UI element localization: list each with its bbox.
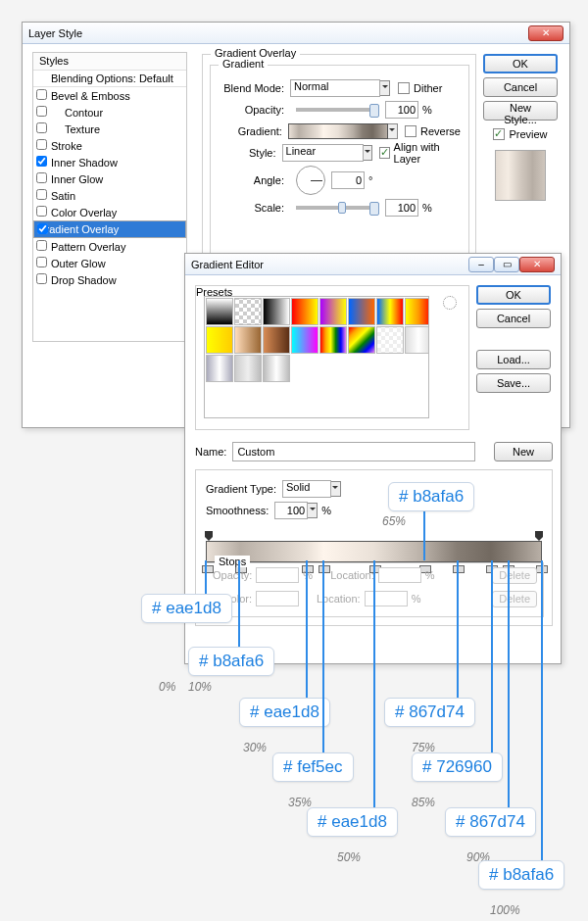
new-button[interactable]: New xyxy=(494,442,553,461)
styles-item-checkbox[interactable] xyxy=(36,257,47,267)
preset-swatch[interactable] xyxy=(405,298,429,325)
preset-swatch[interactable] xyxy=(206,298,233,325)
styles-item-checkbox[interactable] xyxy=(36,206,47,217)
name-input[interactable] xyxy=(232,442,475,461)
opacity-label: Opacity: xyxy=(215,104,290,116)
align-checkbox[interactable] xyxy=(379,147,390,159)
chevron-down-icon[interactable] xyxy=(380,80,390,96)
cancel-button[interactable]: Cancel xyxy=(476,309,551,328)
preset-swatch[interactable] xyxy=(206,355,233,382)
smoothness-input[interactable] xyxy=(274,502,308,519)
blending-options-row[interactable]: Blending Options: Default xyxy=(33,71,186,87)
styles-item[interactable]: Bevel & Emboss xyxy=(33,87,186,104)
styles-item-checkbox[interactable] xyxy=(36,240,47,251)
preset-swatch[interactable] xyxy=(234,298,262,325)
preset-swatch[interactable] xyxy=(263,326,290,354)
chevron-down-icon[interactable] xyxy=(388,123,398,139)
gradient-editor-titlebar[interactable]: Gradient Editor – ▭ ✕ xyxy=(185,254,561,275)
angle-control[interactable] xyxy=(296,166,325,195)
styles-item-checkbox[interactable] xyxy=(37,223,48,234)
styles-item-checkbox[interactable] xyxy=(36,122,47,133)
gradient-overlay-group: Gradient Overlay Gradient Blend Mode: No… xyxy=(202,54,476,279)
preset-swatch[interactable] xyxy=(376,326,404,354)
preset-swatch[interactable] xyxy=(291,298,318,325)
styles-item[interactable]: Satin xyxy=(33,187,186,204)
styles-item-checkbox[interactable] xyxy=(36,106,47,117)
preset-swatch[interactable] xyxy=(234,326,262,354)
save-button[interactable]: Save... xyxy=(476,373,551,393)
preset-swatch[interactable] xyxy=(234,355,262,382)
style-select[interactable]: Linear xyxy=(282,144,364,162)
styles-item-checkbox[interactable] xyxy=(36,189,47,200)
styles-item-checkbox[interactable] xyxy=(36,139,47,150)
scale-input[interactable] xyxy=(385,199,418,217)
preset-swatch[interactable] xyxy=(348,298,375,325)
preset-swatch[interactable] xyxy=(263,298,290,325)
gear-icon[interactable] xyxy=(443,296,457,310)
opacity-stop[interactable] xyxy=(205,531,213,541)
opacity-input[interactable] xyxy=(385,101,418,119)
gradient-bar[interactable] xyxy=(206,541,542,562)
new-style-button[interactable]: New Style... xyxy=(483,101,558,121)
maximize-icon[interactable]: ▭ xyxy=(494,257,519,272)
styles-item[interactable]: Pattern Overlay xyxy=(33,238,186,255)
gradient-type-select[interactable]: Solid xyxy=(282,480,331,498)
preset-swatch[interactable] xyxy=(291,326,318,354)
preset-swatch[interactable] xyxy=(263,355,290,382)
color-callout: # 726960 xyxy=(412,752,503,782)
styles-item-label: Gradient Overlay xyxy=(37,223,119,235)
chevron-down-icon[interactable] xyxy=(364,145,372,161)
styles-item-checkbox[interactable] xyxy=(36,172,47,183)
color-callout: # eae1d8 xyxy=(239,698,330,727)
styles-item[interactable]: Color Overlay xyxy=(33,204,186,220)
preset-swatch[interactable] xyxy=(405,326,429,354)
preset-swatch[interactable] xyxy=(319,298,347,325)
preset-swatch[interactable] xyxy=(348,326,375,354)
stops-color-location-input[interactable] xyxy=(365,591,408,606)
styles-item-checkbox[interactable] xyxy=(36,89,47,100)
styles-item[interactable]: Outer Glow xyxy=(33,255,186,271)
styles-item[interactable]: Gradient Overlay xyxy=(33,220,186,238)
style-label: Style: xyxy=(215,147,282,159)
percent-tag: 35% xyxy=(288,796,312,809)
preview-checkbox[interactable] xyxy=(493,128,505,140)
preset-swatch[interactable] xyxy=(206,326,233,354)
gradient-swatch[interactable] xyxy=(288,123,388,139)
blend-mode-select[interactable]: Normal xyxy=(290,79,380,97)
angle-input[interactable] xyxy=(331,171,365,189)
ok-button[interactable]: OK xyxy=(476,285,551,305)
chevron-down-icon[interactable] xyxy=(308,503,318,518)
scale-slider[interactable] xyxy=(296,206,379,210)
close-icon[interactable]: ✕ xyxy=(519,257,555,272)
delete-button[interactable]: Delete xyxy=(492,567,537,584)
dither-checkbox[interactable] xyxy=(398,82,410,94)
styles-item[interactable]: Inner Shadow xyxy=(33,154,186,170)
load-button[interactable]: Load... xyxy=(476,350,551,369)
preset-swatch[interactable] xyxy=(376,298,404,325)
percent-tag: 85% xyxy=(412,796,435,809)
cancel-button[interactable]: Cancel xyxy=(483,77,558,97)
minimize-icon[interactable]: – xyxy=(468,257,494,272)
delete-button[interactable]: Delete xyxy=(492,591,537,607)
styles-item[interactable]: Stroke xyxy=(33,137,186,154)
stops-opacity-input[interactable] xyxy=(256,567,299,583)
close-icon[interactable]: ✕ xyxy=(528,25,564,41)
styles-item[interactable]: Contour xyxy=(33,104,186,121)
styles-item[interactable]: Texture xyxy=(33,121,186,137)
preset-swatch[interactable] xyxy=(319,326,347,354)
opacity-slider[interactable] xyxy=(296,108,379,112)
reverse-checkbox[interactable] xyxy=(405,125,416,137)
ok-button[interactable]: OK xyxy=(483,54,558,73)
name-row: Name: New xyxy=(195,442,553,461)
chevron-down-icon[interactable] xyxy=(331,481,341,497)
styles-item[interactable]: Inner Glow xyxy=(33,170,186,187)
opacity-stop[interactable] xyxy=(535,531,543,541)
styles-item[interactable]: Drop Shadow xyxy=(33,271,186,288)
presets-list[interactable] xyxy=(204,296,429,418)
styles-item-checkbox[interactable] xyxy=(36,156,47,167)
stops-color-swatch[interactable] xyxy=(256,591,299,606)
styles-item-checkbox[interactable] xyxy=(36,273,47,284)
layer-style-titlebar[interactable]: Layer Style ✕ xyxy=(23,23,569,44)
stops-location-input[interactable] xyxy=(378,567,421,583)
styles-list: Bevel & EmbossContourTextureStrokeInner … xyxy=(33,87,186,288)
